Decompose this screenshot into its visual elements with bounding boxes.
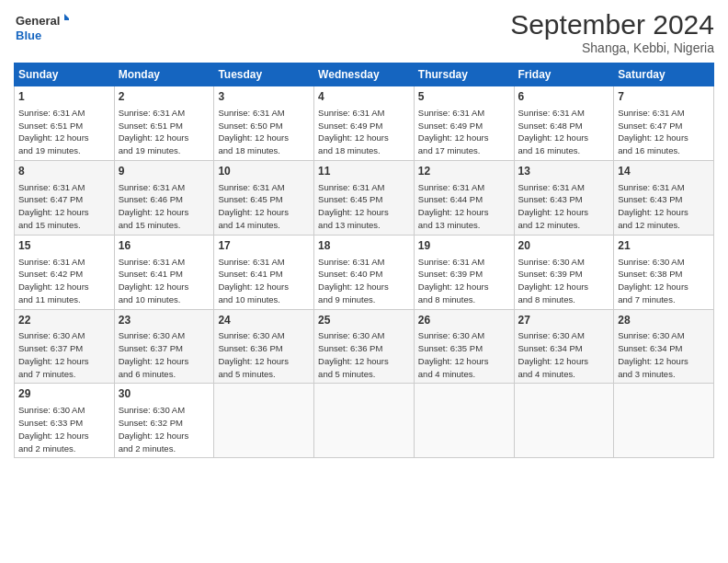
table-cell: 9Sunrise: 6:31 AM Sunset: 6:46 PM Daylig… [114,160,214,235]
day-number: 24 [218,313,310,328]
table-cell: 1Sunrise: 6:31 AM Sunset: 6:51 PM Daylig… [15,86,115,161]
table-cell: 6Sunrise: 6:31 AM Sunset: 6:48 PM Daylig… [514,86,614,161]
table-cell: 22Sunrise: 6:30 AM Sunset: 6:37 PM Dayli… [15,309,115,384]
day-info: Sunrise: 6:31 AM Sunset: 6:49 PM Dayligh… [318,107,410,157]
day-info: Sunrise: 6:30 AM Sunset: 6:37 PM Dayligh… [18,329,110,380]
header-friday: Friday [514,63,614,86]
table-cell: 21Sunrise: 6:30 AM Sunset: 6:38 PM Dayli… [614,235,714,309]
table-cell: 7Sunrise: 6:31 AM Sunset: 6:47 PM Daylig… [614,86,714,161]
svg-marker-2 [64,14,69,20]
table-cell [214,384,314,458]
day-info: Sunrise: 6:31 AM Sunset: 6:41 PM Dayligh… [119,256,210,306]
day-info: Sunrise: 6:31 AM Sunset: 6:45 PM Dayligh… [218,181,310,232]
table-cell: 3Sunrise: 6:31 AM Sunset: 6:50 PM Daylig… [214,86,314,161]
table-cell: 17Sunrise: 6:31 AM Sunset: 6:41 PM Dayli… [214,235,314,309]
logo: General Blue [14,9,69,46]
week-row-5: 29Sunrise: 6:30 AM Sunset: 6:33 PM Dayli… [15,384,714,458]
day-number: 17 [218,238,310,254]
table-cell [414,384,514,458]
table-cell: 19Sunrise: 6:31 AM Sunset: 6:39 PM Dayli… [414,235,514,309]
table-cell: 10Sunrise: 6:31 AM Sunset: 6:45 PM Dayli… [214,160,314,235]
header-tuesday: Tuesday [214,63,314,86]
day-info: Sunrise: 6:30 AM Sunset: 6:32 PM Dayligh… [119,404,210,454]
day-number: 26 [418,313,510,328]
day-info: Sunrise: 6:30 AM Sunset: 6:34 PM Dayligh… [618,329,710,380]
day-info: Sunrise: 6:31 AM Sunset: 6:51 PM Dayligh… [119,107,210,157]
day-number: 22 [18,313,110,328]
weekday-header-row: Sunday Monday Tuesday Wednesday Thursday… [15,63,714,86]
day-info: Sunrise: 6:30 AM Sunset: 6:35 PM Dayligh… [418,329,510,380]
day-number: 1 [18,89,110,105]
day-number: 8 [18,164,110,179]
day-number: 23 [119,313,210,328]
week-row-4: 22Sunrise: 6:30 AM Sunset: 6:37 PM Dayli… [15,309,714,384]
day-number: 28 [618,313,710,328]
table-cell: 25Sunrise: 6:30 AM Sunset: 6:36 PM Dayli… [314,309,415,384]
day-number: 16 [119,238,210,254]
day-number: 30 [119,386,210,402]
day-number: 29 [18,386,110,402]
table-cell [514,384,614,458]
table-cell: 26Sunrise: 6:30 AM Sunset: 6:35 PM Dayli… [414,309,514,384]
day-number: 12 [418,164,510,179]
table-cell: 8Sunrise: 6:31 AM Sunset: 6:47 PM Daylig… [15,160,115,235]
day-info: Sunrise: 6:31 AM Sunset: 6:48 PM Dayligh… [518,107,610,157]
day-info: Sunrise: 6:30 AM Sunset: 6:33 PM Dayligh… [18,404,110,454]
svg-text:General: General [16,14,60,28]
week-row-2: 8Sunrise: 6:31 AM Sunset: 6:47 PM Daylig… [15,160,714,235]
day-info: Sunrise: 6:31 AM Sunset: 6:43 PM Dayligh… [618,181,710,232]
day-number: 2 [119,89,210,105]
table-cell: 16Sunrise: 6:31 AM Sunset: 6:41 PM Dayli… [114,235,214,309]
table-cell: 18Sunrise: 6:31 AM Sunset: 6:40 PM Dayli… [314,235,415,309]
week-row-1: 1Sunrise: 6:31 AM Sunset: 6:51 PM Daylig… [15,86,714,161]
day-number: 10 [218,164,310,179]
table-cell: 27Sunrise: 6:30 AM Sunset: 6:34 PM Dayli… [514,309,614,384]
table-cell: 14Sunrise: 6:31 AM Sunset: 6:43 PM Dayli… [614,160,714,235]
day-number: 27 [518,313,610,328]
day-info: Sunrise: 6:30 AM Sunset: 6:39 PM Dayligh… [518,256,610,306]
header-monday: Monday [114,63,214,86]
table-cell [314,384,415,458]
header-thursday: Thursday [414,63,514,86]
day-info: Sunrise: 6:30 AM Sunset: 6:36 PM Dayligh… [318,329,410,380]
day-info: Sunrise: 6:31 AM Sunset: 6:47 PM Dayligh… [618,107,710,157]
day-info: Sunrise: 6:30 AM Sunset: 6:36 PM Dayligh… [218,329,310,380]
day-info: Sunrise: 6:31 AM Sunset: 6:40 PM Dayligh… [318,256,410,306]
header: General Blue September 2024 Shanga, Kebb… [14,9,714,55]
header-sunday: Sunday [15,63,115,86]
day-info: Sunrise: 6:31 AM Sunset: 6:41 PM Dayligh… [218,256,310,306]
location: Shanga, Kebbi, Nigeria [510,40,714,55]
day-number: 7 [618,89,710,105]
table-cell: 4Sunrise: 6:31 AM Sunset: 6:49 PM Daylig… [314,86,415,161]
table-cell: 5Sunrise: 6:31 AM Sunset: 6:49 PM Daylig… [414,86,514,161]
day-info: Sunrise: 6:31 AM Sunset: 6:42 PM Dayligh… [18,256,110,306]
svg-text:Blue: Blue [16,29,41,42]
table-cell: 29Sunrise: 6:30 AM Sunset: 6:33 PM Dayli… [15,384,115,458]
day-number: 11 [318,164,410,179]
logo-svg: General Blue [14,9,69,46]
table-cell: 30Sunrise: 6:30 AM Sunset: 6:32 PM Dayli… [114,384,214,458]
day-number: 9 [119,164,210,179]
day-number: 3 [218,89,310,105]
day-info: Sunrise: 6:30 AM Sunset: 6:38 PM Dayligh… [618,256,710,306]
table-cell: 28Sunrise: 6:30 AM Sunset: 6:34 PM Dayli… [614,309,714,384]
day-number: 5 [418,89,510,105]
day-info: Sunrise: 6:30 AM Sunset: 6:34 PM Dayligh… [518,329,610,380]
day-number: 20 [518,238,610,254]
day-info: Sunrise: 6:31 AM Sunset: 6:46 PM Dayligh… [119,181,210,232]
calendar-container: General Blue September 2024 Shanga, Kebb… [0,0,728,467]
table-cell: 20Sunrise: 6:30 AM Sunset: 6:39 PM Dayli… [514,235,614,309]
day-info: Sunrise: 6:31 AM Sunset: 6:51 PM Dayligh… [18,107,110,157]
day-info: Sunrise: 6:31 AM Sunset: 6:49 PM Dayligh… [418,107,510,157]
table-cell: 23Sunrise: 6:30 AM Sunset: 6:37 PM Dayli… [114,309,214,384]
title-section: September 2024 Shanga, Kebbi, Nigeria [510,9,714,55]
calendar-table: Sunday Monday Tuesday Wednesday Thursday… [14,63,714,458]
day-number: 15 [18,238,110,254]
day-info: Sunrise: 6:31 AM Sunset: 6:50 PM Dayligh… [218,107,310,157]
header-saturday: Saturday [614,63,714,86]
day-number: 13 [518,164,610,179]
day-number: 25 [318,313,410,328]
day-number: 19 [418,238,510,254]
day-info: Sunrise: 6:31 AM Sunset: 6:44 PM Dayligh… [418,181,510,232]
table-cell: 12Sunrise: 6:31 AM Sunset: 6:44 PM Dayli… [414,160,514,235]
